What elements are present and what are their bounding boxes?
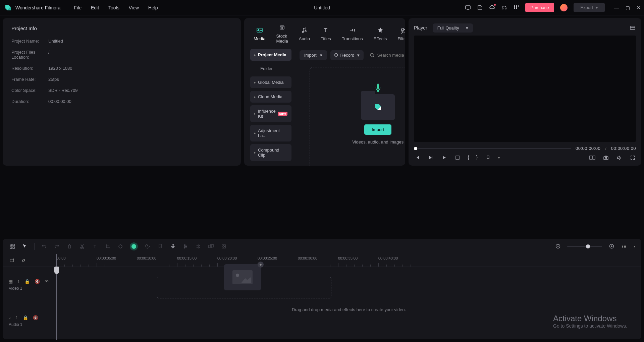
marker-dropdown-icon[interactable] xyxy=(485,154,491,161)
sidebar-item-label: Global Media xyxy=(258,80,284,85)
tab-transitions[interactable]: Transitions xyxy=(338,24,367,43)
zoom-out-icon[interactable] xyxy=(554,243,561,250)
menu-file[interactable]: File xyxy=(74,5,82,10)
record-dropdown[interactable]: Record▾ xyxy=(330,50,364,60)
window-maximize[interactable]: ▢ xyxy=(626,5,630,10)
svg-rect-22 xyxy=(10,244,12,246)
delete-icon[interactable] xyxy=(66,243,73,250)
text-icon[interactable] xyxy=(92,243,98,250)
split-icon[interactable] xyxy=(195,243,202,250)
menu-help[interactable]: Help xyxy=(148,5,158,10)
chevron-down-icon[interactable]: ▾ xyxy=(634,244,635,248)
quality-dropdown[interactable]: Full Quality▾ xyxy=(433,23,473,33)
cut-icon[interactable] xyxy=(79,243,86,250)
tab-filters[interactable]: Filters xyxy=(393,24,405,43)
tab-audio[interactable]: Audio xyxy=(295,24,314,43)
volume-icon[interactable] xyxy=(616,154,623,161)
tab-effects[interactable]: Effects xyxy=(370,24,391,43)
seek-thumb[interactable] xyxy=(414,147,417,150)
tab-stock-media[interactable]: Stock Media xyxy=(272,21,292,46)
sidebar-item-cloud-media[interactable]: ▸Cloud Media xyxy=(250,91,291,103)
user-avatar[interactable] xyxy=(560,4,568,11)
headset-icon[interactable] xyxy=(501,5,507,11)
svg-rect-45 xyxy=(10,259,13,262)
purchase-button[interactable]: Purchase xyxy=(525,3,554,12)
crop-icon[interactable] xyxy=(104,243,111,250)
cloud-icon[interactable] xyxy=(489,5,495,11)
lock-icon[interactable]: 🔒 xyxy=(24,279,30,284)
timeline-view-icon[interactable] xyxy=(621,243,628,250)
fullscreen-icon[interactable] xyxy=(629,154,636,161)
svg-rect-6 xyxy=(518,5,519,7)
tab-media[interactable]: Media xyxy=(250,24,269,43)
color-icon[interactable] xyxy=(117,243,124,250)
window-close[interactable]: ✕ xyxy=(637,5,641,10)
media-dropzone[interactable]: Import Videos, audio, and images xyxy=(310,67,405,166)
link-icon[interactable] xyxy=(21,258,26,263)
speed-icon[interactable] xyxy=(144,243,151,250)
screen-icon[interactable] xyxy=(465,5,471,11)
stop-icon[interactable] xyxy=(454,154,461,161)
zoom-slider[interactable] xyxy=(567,246,602,247)
import-button[interactable]: Import xyxy=(364,124,391,135)
title-bar: Wondershare Filmora File Edit Tools View… xyxy=(0,0,644,15)
redo-icon[interactable] xyxy=(53,243,60,250)
timeline-drop-card[interactable] xyxy=(224,264,261,290)
lock-icon[interactable]: 🔒 xyxy=(23,315,28,320)
skip-back-icon[interactable] xyxy=(414,154,421,161)
timeline-ruler[interactable]: 00:0000:00:05:0000:00:10:0000:00:15:0000… xyxy=(3,254,641,267)
apps-icon[interactable] xyxy=(513,5,519,11)
zoom-in-icon[interactable] xyxy=(608,243,615,250)
sidebar-item-adjustment-layer[interactable]: ▸Adjustment La... xyxy=(250,125,291,141)
sidebar-item-project-media[interactable]: ▸Project Media xyxy=(250,49,291,61)
step-forward-icon[interactable] xyxy=(427,154,434,161)
media-toolbar: Import▾ Record▾ ⋯ xyxy=(300,49,405,61)
marker-tool-icon[interactable] xyxy=(157,243,163,250)
mute-icon[interactable]: 🔇 xyxy=(33,315,38,320)
search-input[interactable] xyxy=(377,53,405,58)
play-icon[interactable] xyxy=(441,154,447,161)
svg-rect-1 xyxy=(479,6,481,7)
undo-icon[interactable] xyxy=(41,243,47,250)
group-icon[interactable] xyxy=(208,243,214,250)
selection-tool-icon[interactable] xyxy=(21,243,28,250)
window-minimize[interactable]: — xyxy=(614,5,619,10)
sidebar-item-global-media[interactable]: ▸Global Media xyxy=(250,76,291,88)
add-track-icon[interactable] xyxy=(9,258,15,263)
visibility-icon[interactable]: 👁 xyxy=(45,279,49,284)
search-field[interactable] xyxy=(367,53,405,58)
export-button[interactable]: Export▾ xyxy=(574,3,605,12)
import-dropdown[interactable]: Import▾ xyxy=(300,50,327,60)
voiceover-icon[interactable] xyxy=(169,243,176,250)
tabs-scroll-right-icon[interactable]: › xyxy=(401,27,403,36)
tab-titles[interactable]: Titles xyxy=(317,24,335,43)
sidebar-item-influence-kit[interactable]: ▸Influence KitNEW xyxy=(250,105,291,122)
mute-icon[interactable]: 🔇 xyxy=(35,279,40,284)
aspect-icon[interactable] xyxy=(629,24,636,31)
menu-edit[interactable]: Edit xyxy=(91,5,99,10)
mark-out-icon[interactable]: } xyxy=(476,155,478,161)
sidebar-item-label: Compound Clip xyxy=(258,148,287,158)
info-value: 00:00:00:00 xyxy=(48,99,71,104)
menu-tools[interactable]: Tools xyxy=(108,5,119,10)
menu-view[interactable]: View xyxy=(129,5,139,10)
track-header-audio[interactable]: ♪ 1 🔒 🔇 Audio 1 xyxy=(3,303,56,339)
sidebar-item-compound-clip[interactable]: ▸Compound Clip xyxy=(250,144,291,161)
compare-icon[interactable] xyxy=(589,154,596,161)
preview-viewport[interactable] xyxy=(414,36,636,142)
ai-icon[interactable] xyxy=(130,242,138,250)
track-header-video[interactable]: ▦ 1 🔒 🔇 👁 Video 1 xyxy=(3,267,56,303)
zoom-thumb[interactable] xyxy=(586,244,590,248)
seek-bar[interactable] xyxy=(414,148,571,149)
sidebar-item-folder[interactable]: Folder xyxy=(250,63,291,74)
chevron-down-icon[interactable]: ▾ xyxy=(498,156,500,160)
save-icon[interactable] xyxy=(477,5,483,11)
mark-in-icon[interactable]: { xyxy=(468,155,469,161)
mixer-icon[interactable] xyxy=(182,243,189,250)
keyframe-icon[interactable] xyxy=(220,243,227,250)
track-index: 1 xyxy=(17,279,20,284)
snapshot-icon[interactable] xyxy=(602,154,609,161)
layout-icon[interactable] xyxy=(9,243,15,250)
ruler-mark: 00:00:20:00 xyxy=(217,256,237,260)
timeline-lanes[interactable]: Drag and drop media and effects here to … xyxy=(56,267,641,339)
